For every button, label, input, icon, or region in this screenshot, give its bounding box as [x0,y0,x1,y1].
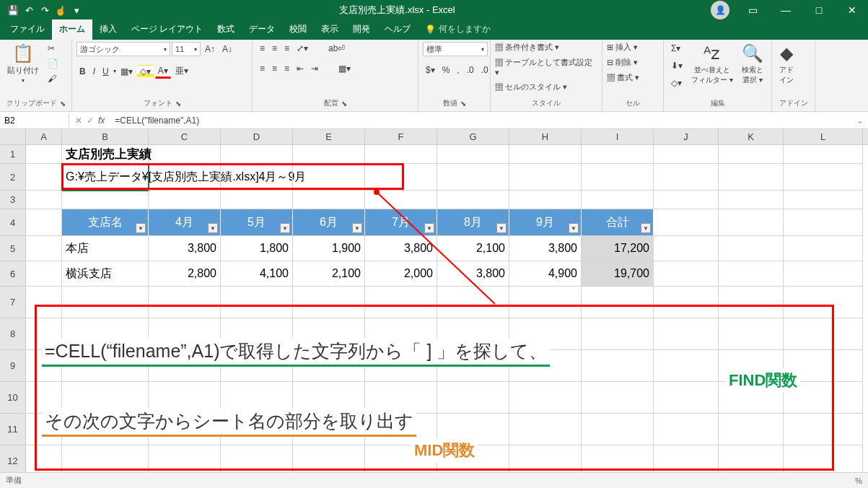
col-header-C[interactable]: C [149,129,221,144]
paste-button[interactable]: 📋貼り付け▾ [4,42,42,85]
table-header-shiten[interactable]: 支店名▼ [62,209,149,236]
cell-E3[interactable] [293,191,365,209]
row-header-8[interactable]: 8 [0,318,26,350]
user-avatar[interactable]: 👤 [711,1,729,19]
cell-D6[interactable]: 4,100 [221,261,293,287]
cell-E1[interactable] [293,145,365,164]
table-header-jun[interactable]: 6月▼ [293,209,365,236]
cell-K2[interactable] [719,164,784,191]
bold-button[interactable]: B [76,65,89,78]
fill-color-icon[interactable]: ◇▾ [137,65,154,78]
cell-A6[interactable] [26,261,62,287]
format-painter-icon[interactable]: 🖌 [45,72,61,85]
align-center-icon[interactable]: ≡ [269,62,280,75]
cell-J2[interactable] [654,164,719,191]
filter-icon[interactable]: ▼ [424,223,434,233]
col-header-K[interactable]: K [719,129,784,144]
conditional-formatting-button[interactable]: ▦ 条件付き書式 ▾ [495,42,559,53]
format-cells-button[interactable]: ▦ 書式 ▾ [607,72,639,83]
cell-J5[interactable] [654,236,719,261]
cell-F6[interactable]: 2,000 [365,261,437,287]
cell-G2[interactable] [437,164,509,191]
format-table-button[interactable]: ▦ テーブルとして書式設定 ▾ [495,57,597,77]
table-header-aug[interactable]: 8月▼ [437,209,509,236]
cell-styles-button[interactable]: ▦ セルのスタイル ▾ [495,82,567,92]
row-header-3[interactable]: 3 [0,191,26,209]
cell-H5[interactable]: 3,800 [509,236,582,261]
cell-J4[interactable] [654,209,719,236]
clear-icon[interactable]: ◇▾ [668,77,685,90]
addin-button[interactable]: ◆アド イン [776,42,797,87]
close-button[interactable]: ✕ [836,0,868,20]
increase-font-icon[interactable]: A↑ [202,43,218,56]
dialog-launcher-icon[interactable]: ⬊ [60,100,66,108]
cell-E6[interactable]: 2,100 [293,261,365,287]
tab-page-layout[interactable]: ページ レイアウト [124,19,210,40]
cell-J1[interactable] [654,145,719,164]
cell-L3[interactable] [784,191,863,209]
cell-D5[interactable]: 1,800 [221,236,293,261]
cell-F3[interactable] [365,191,437,209]
filter-icon[interactable]: ▼ [352,223,362,233]
cell-K6[interactable] [719,261,784,287]
border-icon[interactable]: ▦▾ [118,65,136,78]
row-header-4[interactable]: 4 [0,209,26,236]
cell-H2[interactable] [509,164,582,191]
cell-C3[interactable] [149,191,221,209]
row-header-5[interactable]: 5 [0,236,26,261]
filter-icon[interactable]: ▼ [641,223,651,233]
align-left-icon[interactable]: ≡ [257,62,268,75]
font-name-select[interactable]: 游ゴシック▾ [76,42,170,56]
cell-L6[interactable] [784,261,863,287]
increase-indent-icon[interactable]: ⇥ [308,62,321,75]
table-header-may[interactable]: 5月▼ [221,209,293,236]
cell-K1[interactable] [719,145,784,164]
formula-input[interactable]: =CELL("filename",A1) [110,114,852,127]
cell-K5[interactable] [719,236,784,261]
redo-icon[interactable]: ↷ [38,3,52,17]
col-header-H[interactable]: H [509,129,582,144]
col-header-F[interactable]: F [365,129,437,144]
cell-L4[interactable] [784,209,863,236]
cell-C6[interactable]: 2,800 [149,261,221,287]
cell-D3[interactable] [221,191,293,209]
sort-filter-button[interactable]: ᴬᴢ並べ替えと フィルター ▾ [688,42,736,87]
cell-I5[interactable]: 17,200 [582,236,654,261]
decrease-font-icon[interactable]: A↓ [219,43,235,56]
number-format-select[interactable]: 標準▾ [423,42,488,56]
decrease-decimal-icon[interactable]: .0 [478,64,491,77]
save-icon[interactable]: 💾 [6,3,20,17]
increase-decimal-icon[interactable]: .0 [464,64,477,77]
cell-B5[interactable]: 本店 [62,236,149,261]
cell-A5[interactable] [26,236,62,261]
cancel-formula-icon[interactable]: ✕ [75,116,82,126]
dialog-launcher-icon[interactable]: ⬊ [460,100,466,108]
cell-J3[interactable] [654,191,719,209]
cell-L1[interactable] [784,145,863,164]
cell-H3[interactable] [509,191,582,209]
row-header-10[interactable]: 10 [0,382,26,414]
cell-E2[interactable] [293,164,365,191]
table-header-apr[interactable]: 4月▼ [149,209,221,236]
cell-F5[interactable]: 3,800 [365,236,437,261]
status-zoom[interactable]: % [855,476,862,485]
align-middle-icon[interactable]: ≡ [269,42,280,55]
cell-C1[interactable] [149,145,221,164]
cell-E5[interactable]: 1,900 [293,236,365,261]
cell-title[interactable]: 支店別売上実績 [62,145,149,164]
currency-icon[interactable]: $▾ [423,64,438,77]
col-header-E[interactable]: E [293,129,365,144]
orientation-icon[interactable]: ⤢▾ [294,42,311,55]
cell-F2[interactable] [365,164,437,191]
cell-L5[interactable] [784,236,863,261]
row-header-2[interactable]: 2 [0,164,26,191]
italic-button[interactable]: I [90,65,98,78]
cell-D1[interactable] [221,145,293,164]
confirm-formula-icon[interactable]: ✓ [87,116,94,126]
cell-C2[interactable] [149,164,221,191]
find-select-button[interactable]: 🔍検索と 選択 ▾ [739,42,766,87]
row-header-6[interactable]: 6 [0,261,26,287]
minimize-button[interactable]: — [770,0,802,20]
expand-formula-icon[interactable]: ⌄ [852,116,868,126]
cell-C5[interactable]: 3,800 [149,236,221,261]
